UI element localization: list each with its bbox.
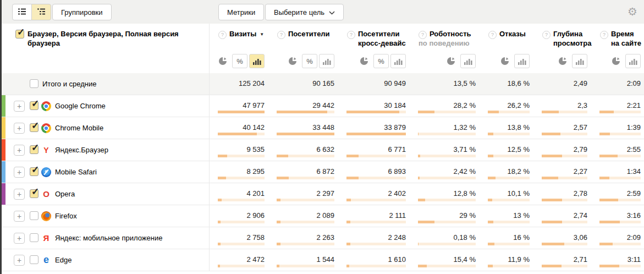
- column-header-robotness: ?Роботностьпо поведению: [410, 24, 480, 73]
- bar-chart-icon[interactable]: [514, 54, 530, 68]
- column-label-depth[interactable]: Глубина просмотра: [553, 30, 591, 48]
- row-checkbox[interactable]: [30, 255, 38, 264]
- cell-value: 2 089: [316, 211, 334, 220]
- expand-button[interactable]: +: [14, 101, 25, 112]
- percent-icon[interactable]: %: [302, 54, 317, 68]
- cell-robotness: 28,2 %: [410, 95, 480, 117]
- help-icon[interactable]: ?: [488, 31, 497, 39]
- expand-button[interactable]: +: [14, 233, 25, 244]
- cell-value: 125 204: [239, 79, 265, 87]
- goal-select-button[interactable]: Выберите цель: [265, 4, 344, 20]
- bar-chart-icon[interactable]: [572, 54, 587, 68]
- row-checkbox[interactable]: [30, 145, 38, 154]
- cell-bar-fill: [542, 221, 562, 223]
- groupings-button[interactable]: Группировки: [52, 4, 112, 20]
- cell-bar-fill: [599, 133, 610, 135]
- help-icon[interactable]: ?: [277, 31, 285, 39]
- cell-bar-track: [488, 111, 530, 113]
- pie-chart-icon[interactable]: [555, 54, 570, 68]
- sort-desc-icon[interactable]: ▼: [260, 32, 264, 37]
- bar-chart-icon[interactable]: [249, 54, 265, 68]
- pie-chart-icon[interactable]: [356, 54, 372, 68]
- expand-button[interactable]: +: [14, 123, 25, 134]
- column-label-visits[interactable]: Визиты: [229, 30, 256, 39]
- row-checkbox[interactable]: [30, 101, 38, 110]
- row-checkbox[interactable]: [30, 123, 38, 132]
- cell-bar-fill: [346, 177, 359, 179]
- list-view-button[interactable]: [12, 4, 32, 20]
- expand-button[interactable]: +: [14, 255, 25, 266]
- expand-button[interactable]: +: [14, 167, 25, 178]
- row-checkbox[interactable]: [30, 233, 38, 242]
- cell-visits: 4 201: [210, 183, 268, 205]
- dimension-label: Браузер, Версия браузера, Полная версия …: [27, 30, 198, 48]
- row-checkbox[interactable]: [30, 79, 38, 88]
- cell-bar-track: [346, 199, 406, 201]
- row-checkbox[interactable]: [30, 211, 38, 220]
- bar-chart-icon[interactable]: [390, 54, 406, 68]
- cell-robotness: 2,42 %: [410, 161, 480, 183]
- toolbar: Группировки Метрики Выберите цель ⚙: [2, 0, 644, 24]
- cell-visits: 9 535: [210, 139, 268, 161]
- cell-value: 2:55: [627, 145, 641, 154]
- cell-value: 3:11: [628, 255, 641, 264]
- row-label: Firefox: [55, 212, 77, 220]
- dimension-checkbox[interactable]: [15, 30, 24, 39]
- cell-bar-fill: [542, 243, 564, 245]
- cell-visitors: 29 442: [268, 95, 338, 117]
- settings-gear-icon[interactable]: ⚙: [628, 6, 637, 18]
- column-label-visitors[interactable]: Посетители: [288, 30, 330, 39]
- cell-bar-fill: [542, 111, 559, 113]
- bar-chart-icon[interactable]: [460, 54, 476, 68]
- cell-bar-fill: [418, 265, 427, 267]
- help-icon[interactable]: ?: [218, 31, 227, 39]
- cell-bar-fill: [277, 111, 327, 113]
- cell-bar-track: [218, 177, 265, 179]
- cell-visitors: 90 165: [268, 73, 338, 95]
- expand-button[interactable]: +: [14, 189, 25, 200]
- yandex-browser-icon: Y: [41, 145, 51, 155]
- column-label-time_on_site[interactable]: Время на сайте: [611, 30, 641, 48]
- bar-chart-icon[interactable]: [319, 54, 334, 68]
- column-label-cross_device[interactable]: Посетители кросс-девайс: [358, 30, 406, 48]
- cell-value: 15,4 %: [454, 255, 476, 264]
- help-icon[interactable]: ?: [347, 31, 355, 39]
- row-checkbox[interactable]: [30, 167, 38, 176]
- row-checkbox[interactable]: [30, 189, 38, 198]
- column-label-bounces[interactable]: Отказы: [499, 30, 526, 39]
- cell-value: 2,3: [577, 101, 587, 109]
- expand-button[interactable]: +: [14, 211, 25, 222]
- cell-value: 3,71 %: [454, 145, 476, 154]
- cell-value: 12,5 %: [508, 145, 530, 154]
- column-label-robotness[interactable]: Роботность: [430, 30, 471, 39]
- pie-chart-icon[interactable]: [608, 54, 624, 68]
- pie-chart-icon[interactable]: [497, 54, 513, 68]
- help-icon[interactable]: ?: [542, 31, 551, 39]
- cell-bar-track: [542, 243, 587, 245]
- cell-bar-track: [599, 111, 641, 113]
- bar-chart-icon[interactable]: [625, 54, 641, 68]
- pie-chart-icon[interactable]: [443, 54, 459, 68]
- table-row: +OOpera4 2012 2972 40212,8 %10,1 %2,782:…: [2, 183, 644, 205]
- pie-chart-icon[interactable]: [215, 54, 230, 68]
- cell-bar-track: [488, 199, 530, 201]
- tree-view-button[interactable]: [31, 4, 51, 20]
- cell-bar-fill: [542, 155, 562, 157]
- help-icon[interactable]: ?: [419, 31, 427, 39]
- help-icon[interactable]: ?: [600, 31, 608, 39]
- cell-bar-fill: [346, 243, 350, 245]
- metrics-button[interactable]: Метрики: [218, 4, 264, 20]
- percent-icon[interactable]: %: [373, 54, 389, 68]
- cell-visits: 40 142: [210, 117, 268, 139]
- table-header: Браузер, Версия браузера, Полная версия …: [2, 24, 644, 73]
- cell-value: 2 472: [246, 255, 265, 264]
- cell-value: 13,8 %: [508, 123, 530, 131]
- cell-bar-fill: [542, 133, 560, 135]
- cell-bar-track: [599, 265, 641, 267]
- pie-chart-icon[interactable]: [285, 54, 300, 68]
- percent-icon[interactable]: %: [232, 54, 247, 68]
- expand-button[interactable]: +: [14, 145, 25, 156]
- row-label: Mobile Safari: [55, 168, 97, 176]
- row-label: Chrome Mobile: [55, 124, 103, 132]
- cell-depth: 2,3: [533, 95, 591, 117]
